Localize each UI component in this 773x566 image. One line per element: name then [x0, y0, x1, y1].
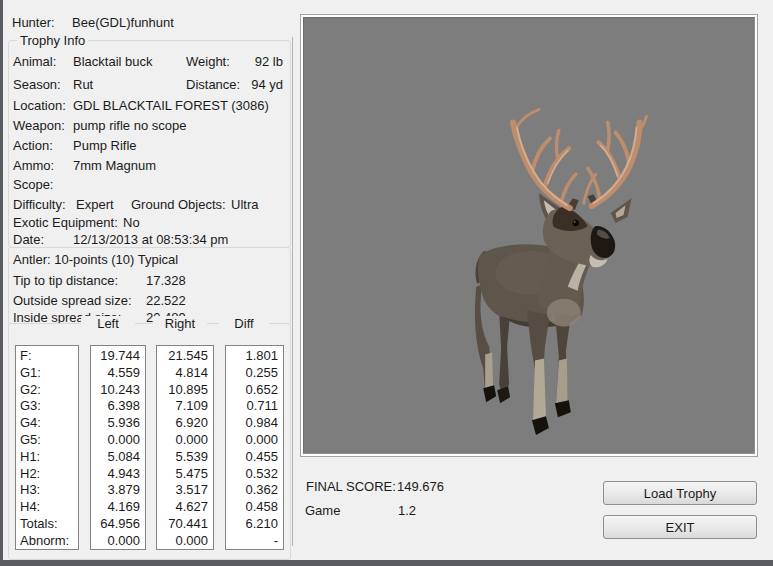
- trophy-info-title: Trophy Info: [17, 33, 88, 48]
- window-frame-left: [0, 0, 3, 566]
- diff-value: 0.532: [226, 466, 283, 483]
- trophy-window: Hunter: Bee(GDL)funhunt Trophy Info Anim…: [0, 0, 773, 566]
- measure-row-label: G1:: [16, 365, 78, 382]
- left-value: 5.936: [91, 415, 145, 432]
- right-value: 3.517: [157, 482, 213, 499]
- measure-row-label: Abnorm:: [16, 533, 78, 550]
- right-value: 10.895: [157, 382, 213, 399]
- action-value: Pump Rifle: [73, 138, 137, 153]
- diff-values-list[interactable]: 1.801 0.255 0.652 0.711 0.984 0.000 0.45…: [225, 345, 284, 550]
- weapon-value: pump rifle no scope: [73, 118, 186, 133]
- exotic-equipment-value: No: [123, 215, 140, 230]
- column-header-diff: Diff: [219, 316, 269, 331]
- exit-button[interactable]: EXIT: [603, 515, 757, 539]
- right-value: 6.920: [157, 415, 213, 432]
- outside-spread-label: Outside spread size:: [13, 293, 132, 308]
- measure-row-label: G2:: [16, 382, 78, 399]
- exotic-equipment-label: Exotic Equipment:: [13, 215, 118, 230]
- measure-row-label: H2:: [16, 466, 78, 483]
- ammo-value: 7mm Magnum: [73, 158, 156, 173]
- panel-divider: [292, 37, 293, 546]
- final-score-value: 149.676: [397, 479, 444, 494]
- window-frame-bottom: [0, 560, 773, 566]
- left-value: 19.744: [91, 348, 145, 365]
- right-value: 4.814: [157, 365, 213, 382]
- diff-value: 0.455: [226, 449, 283, 466]
- trophy-viewer-frame: [300, 14, 758, 457]
- left-value: 4.943: [91, 466, 145, 483]
- left-value: 5.084: [91, 449, 145, 466]
- location-value: GDL BLACKTAIL FOREST (3086): [73, 98, 269, 113]
- antler-summary: Antler: 10-points (10) Typical: [13, 252, 178, 267]
- left-value: 3.879: [91, 482, 145, 499]
- left-value: 0.000: [91, 432, 145, 449]
- action-label: Action:: [13, 138, 53, 153]
- left-value: 10.243: [91, 382, 145, 399]
- season-label: Season:: [13, 77, 61, 92]
- game-version-value: 1.2: [398, 503, 416, 518]
- diff-value: 6.210: [226, 516, 283, 533]
- measure-row-label-list[interactable]: F: G1: G2: G3: G4: G5: H1: H2: H3: H4: T…: [15, 345, 79, 550]
- final-score-label: FINAL SCORE:: [306, 479, 396, 494]
- distance-value: 94 yd: [251, 77, 283, 92]
- animal-label: Animal:: [13, 54, 56, 69]
- left-value: 4.169: [91, 499, 145, 516]
- diff-value: 0.711: [226, 398, 283, 415]
- diff-value: 0.458: [226, 499, 283, 516]
- blacktail-buck-model: [304, 18, 754, 453]
- outside-spread-value: 22.522: [146, 293, 186, 308]
- measure-row-label: H4:: [16, 499, 78, 516]
- location-label: Location:: [13, 98, 66, 113]
- diff-value: 0.255: [226, 365, 283, 382]
- right-value: 70.441: [157, 516, 213, 533]
- left-value: 6.398: [91, 398, 145, 415]
- measure-row-label: H3:: [16, 482, 78, 499]
- measure-row-label: Totals:: [16, 516, 78, 533]
- animal-value: Blacktail buck: [73, 54, 152, 69]
- left-value: 4.559: [91, 365, 145, 382]
- right-value: 0.000: [157, 533, 213, 550]
- diff-value: 0.984: [226, 415, 283, 432]
- right-values-list[interactable]: 21.545 4.814 10.895 7.109 6.920 0.000 5.…: [156, 345, 214, 550]
- column-header-left: Left: [81, 316, 135, 331]
- left-value: 64.956: [91, 516, 145, 533]
- scope-label: Scope:: [13, 177, 53, 192]
- ground-objects-value: Ultra: [231, 197, 258, 212]
- difficulty-label: Difficulty:: [13, 197, 66, 212]
- right-value: 5.539: [157, 449, 213, 466]
- ammo-label: Ammo:: [13, 158, 54, 173]
- measurements-group: Left Right Diff F: G1: G2: G3: G4: G5: H…: [8, 323, 291, 560]
- diff-value: 1.801: [226, 348, 283, 365]
- weight-value: 92 lb: [255, 54, 283, 69]
- hunter-label: Hunter:: [12, 15, 55, 30]
- measure-row-label: G3:: [16, 398, 78, 415]
- difficulty-value: Expert: [76, 197, 114, 212]
- right-value: 0.000: [157, 432, 213, 449]
- left-values-list[interactable]: 19.744 4.559 10.243 6.398 5.936 0.000 5.…: [90, 345, 146, 550]
- date-value: 12/13/2013 at 08:53:34 pm: [73, 232, 228, 247]
- tip-to-tip-label: Tip to tip distance:: [13, 273, 118, 288]
- trophy-viewer-3d[interactable]: [303, 17, 755, 454]
- right-value: 4.627: [157, 499, 213, 516]
- game-version-label: Game: [305, 503, 340, 518]
- weapon-label: Weapon:: [13, 118, 65, 133]
- hunter-value: Bee(GDL)funhunt: [72, 15, 174, 30]
- right-value: 21.545: [157, 348, 213, 365]
- measure-row-label: H1:: [16, 449, 78, 466]
- weight-label: Weight:: [186, 54, 230, 69]
- tip-to-tip-value: 17.328: [146, 273, 186, 288]
- right-value: 5.475: [157, 466, 213, 483]
- load-trophy-button[interactable]: Load Trophy: [603, 481, 757, 505]
- ground-objects-label: Ground Objects:: [131, 197, 226, 212]
- measure-row-label: G5:: [16, 432, 78, 449]
- date-label: Date:: [13, 232, 44, 247]
- season-value: Rut: [73, 77, 93, 92]
- diff-value: 0.362: [226, 482, 283, 499]
- diff-value: 0.652: [226, 382, 283, 399]
- measure-row-label: G4:: [16, 415, 78, 432]
- antler-info-group: Antler: 10-points (10) Typical Tip to ti…: [8, 247, 291, 325]
- diff-value: -: [226, 533, 283, 550]
- diff-value: 0.000: [226, 432, 283, 449]
- trophy-info-group: Trophy Info Animal: Blacktail buck Weigh…: [8, 40, 291, 248]
- left-value: 0.000: [91, 533, 145, 550]
